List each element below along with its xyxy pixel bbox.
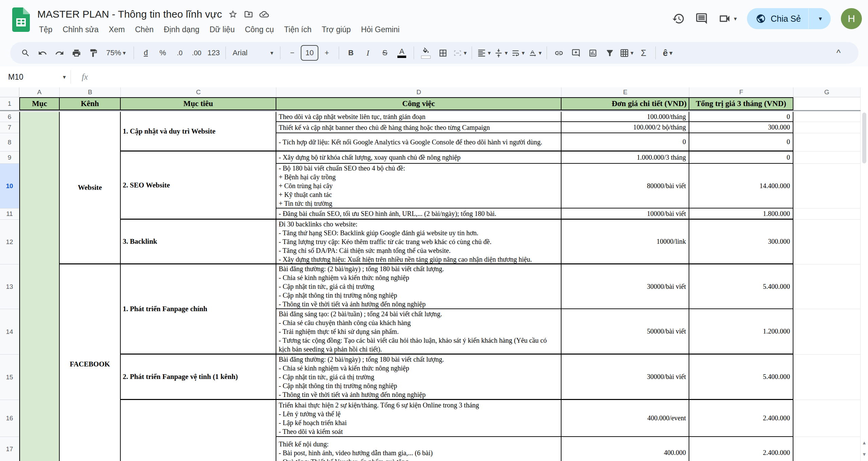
meet-dropdown-caret[interactable]: ▾ [734, 15, 737, 22]
merged-cell-fanpage-satellite[interactable]: 2. Phát triển Fanpage vệ tinh (1 kênh) [121, 355, 276, 400]
share-button[interactable]: Chia Sẻ ▾ [747, 8, 831, 29]
cell-g13[interactable] [793, 264, 861, 309]
italic-button[interactable]: I [359, 45, 376, 61]
cell-e11[interactable]: 10000/bài viết [561, 208, 689, 220]
cell-d9[interactable]: - Xây dựng bộ từ khóa chất lượng, xoay q… [276, 152, 561, 164]
menu-extensions[interactable]: Tiện ích [279, 22, 317, 37]
insert-chart-icon[interactable] [584, 45, 601, 61]
comments-icon[interactable] [695, 12, 708, 25]
row-header-6[interactable]: 6 [0, 112, 19, 122]
borders-button[interactable] [434, 45, 451, 61]
create-filter-icon[interactable] [601, 45, 618, 61]
cell-g14[interactable] [793, 309, 861, 355]
decrease-decimals-icon[interactable]: .0 [171, 45, 188, 61]
row-header-14[interactable]: 14 [0, 309, 19, 355]
move-folder-icon[interactable] [244, 9, 253, 19]
cell-f16[interactable]: 2.400.000 [689, 400, 793, 437]
header-cell-don-gia[interactable]: Đơn giá chi tiết (VND) [561, 97, 689, 110]
formula-input[interactable] [94, 66, 868, 87]
star-icon[interactable] [228, 9, 238, 19]
cell-d7[interactable]: Thiết kế và cập nhật banner theo chủ đề … [276, 122, 561, 133]
cell-e17[interactable]: 400.000 [561, 437, 689, 461]
table-views-button[interactable]: ▾ [618, 45, 635, 61]
cell-d13[interactable]: Bài đăng thường: (2 bài/ngày) ; tổng 180… [276, 264, 561, 309]
font-size-input[interactable]: 10 [301, 45, 318, 61]
col-header-c[interactable]: C [121, 87, 276, 97]
cell-e16[interactable]: 400.000/event [561, 400, 689, 437]
cell-g6[interactable] [793, 112, 861, 122]
row-header-15[interactable]: 15 [0, 355, 19, 400]
cell-e9[interactable]: 1.000.000/3 tháng [561, 152, 689, 164]
scroll-down-arrow[interactable]: ▼ [862, 452, 867, 457]
header-cell-kenh[interactable]: Kênh [60, 97, 121, 110]
cell-d8[interactable]: - Tích hợp dữ liệu: Kết nối Google Analy… [276, 133, 561, 152]
row-header-8[interactable]: 8 [0, 133, 19, 152]
font-select[interactable]: Arial▾ [229, 45, 277, 61]
row-header-16[interactable]: 16 [0, 400, 19, 437]
strikethrough-button[interactable]: S [376, 45, 393, 61]
row-header-17[interactable]: 17 [0, 437, 19, 461]
name-box-caret[interactable]: ▾ [63, 74, 66, 81]
scrollbar-thumb[interactable] [862, 113, 866, 163]
cell-d14[interactable]: Bài đăng sáng tạo: (2 bài/tuần) ; tổng 2… [276, 309, 561, 355]
select-all-corner[interactable] [0, 87, 19, 97]
row-header-12[interactable]: 12 [0, 220, 19, 264]
insert-comment-icon[interactable] [567, 45, 584, 61]
merged-cell-fanpage-main[interactable]: 1. Phát triển Fanpage chính [121, 264, 276, 355]
row-header-10-selected[interactable]: 10 [0, 164, 19, 208]
increase-font-size-button[interactable]: + [318, 45, 335, 61]
cell-g7[interactable] [793, 122, 861, 133]
cell-f8[interactable]: 0 [689, 133, 793, 152]
menu-help[interactable]: Trợ giúp [317, 22, 356, 37]
cell-d6[interactable]: Theo dõi và cập nhật website liên tục, t… [276, 112, 561, 122]
zoom-select[interactable]: 75%▾ [102, 45, 130, 61]
cell-f6[interactable]: 0 [689, 112, 793, 122]
cell-e14[interactable]: 50000/bài viết [561, 309, 689, 355]
paint-format-icon[interactable] [85, 45, 102, 61]
print-icon[interactable] [68, 45, 85, 61]
bold-button[interactable]: B [342, 45, 359, 61]
cell-f17[interactable]: 2.400.000 [689, 437, 793, 461]
cell-e15[interactable]: 30000/bài viết [561, 355, 689, 400]
fill-color-button[interactable] [417, 45, 434, 61]
cell-e12[interactable]: 10000/link [561, 220, 689, 264]
cell-d11[interactable]: - Đăng bài chuẩn SEO, tối ưu SEO hình ản… [276, 208, 561, 220]
merged-cell-facebook[interactable]: FACEBOOK [60, 264, 121, 461]
cell-e6[interactable]: 100.000/tháng [561, 112, 689, 122]
undo-icon[interactable] [34, 45, 51, 61]
header-cell-cong-viec[interactable]: Công việc [276, 97, 561, 110]
hide-menus-chevron[interactable]: ^ [830, 45, 847, 61]
row-header-11[interactable]: 11 [0, 208, 19, 220]
row-header-1[interactable]: 1 [0, 97, 19, 110]
merged-cell-backlink[interactable]: 3. Backlink [121, 220, 276, 264]
header-cell-muc-tieu[interactable]: Mục tiêu [121, 97, 276, 110]
text-rotation-button[interactable]: ▾ [526, 45, 543, 61]
meet-video-icon[interactable]: ▾ [718, 12, 737, 25]
col-header-f[interactable]: F [689, 87, 793, 97]
cell-g12[interactable] [793, 220, 861, 264]
cell-f15[interactable]: 5.400.000 [689, 355, 793, 400]
currency-format-icon[interactable]: đ [137, 45, 154, 61]
cell-g11[interactable] [793, 208, 861, 220]
version-history-icon[interactable] [672, 12, 685, 25]
cell-d17[interactable]: Thiết kế nội dung: - Bài post, hình ảnh,… [276, 437, 561, 461]
merged-cell-update-website[interactable]: 1. Cập nhật và duy trì Website [121, 112, 276, 152]
col-header-e[interactable]: E [561, 87, 689, 97]
cell-g1[interactable] [793, 97, 861, 110]
cell-f12[interactable]: 300.000 [689, 220, 793, 264]
percent-format-icon[interactable]: % [154, 45, 171, 61]
merged-cell-muc-section[interactable] [19, 112, 60, 461]
col-header-g[interactable]: G [793, 87, 861, 97]
share-dropdown-caret[interactable]: ▾ [813, 15, 827, 22]
cell-d16[interactable]: Triển khai thực hiện 2 sự kiện/tháng. Tổ… [276, 400, 561, 437]
header-cell-tong-tri-gia[interactable]: Tổng trị giá 3 tháng (VND) [689, 97, 793, 110]
text-wrap-button[interactable]: ▾ [509, 45, 526, 61]
menu-format[interactable]: Định dạng [159, 22, 204, 37]
cell-d15[interactable]: Bài đăng thường: (2 bài/ngày) ; tổng 180… [276, 355, 561, 400]
cell-f10[interactable]: 14.400.000 [689, 164, 793, 208]
horizontal-align-button[interactable]: ▾ [475, 45, 492, 61]
merged-cell-event-group[interactable] [121, 400, 276, 461]
cell-g9[interactable] [793, 152, 861, 164]
cell-f11[interactable]: 1.800.000 [689, 208, 793, 220]
document-title[interactable]: MASTER PLAN - Thông tin theo lĩnh vực [37, 8, 222, 20]
